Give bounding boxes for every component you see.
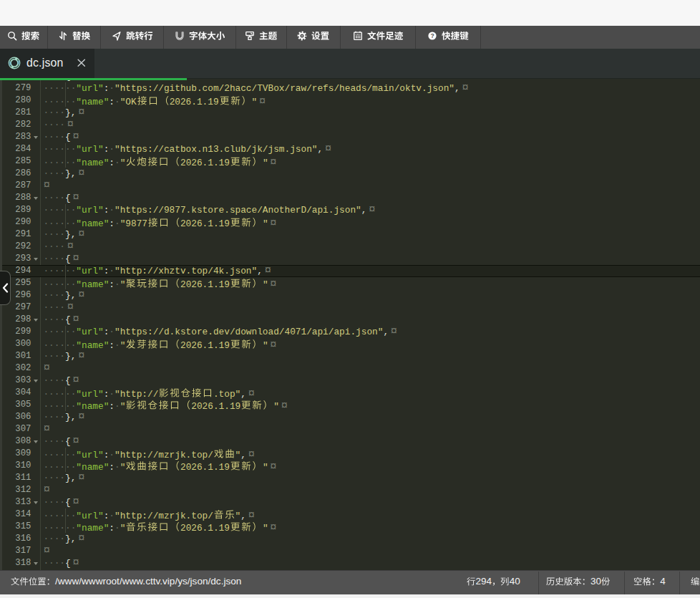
svg-text:?: ?: [430, 32, 434, 39]
